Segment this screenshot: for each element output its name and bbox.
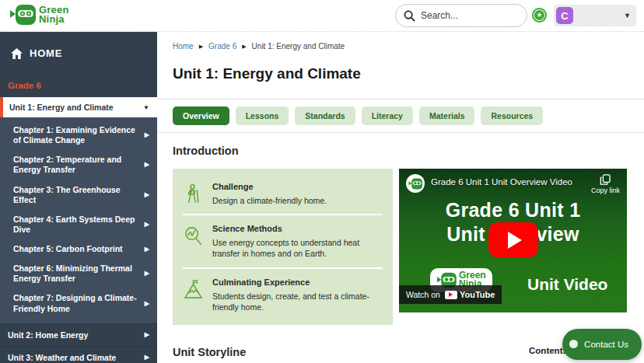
breadcrumb-current: Unit 1: Energy and Climate <box>252 42 345 51</box>
sidebar-item-chapter-2[interactable]: Chapter 2: Temperature and Energy Transf… <box>0 150 157 180</box>
watch-on-youtube-button[interactable]: Watch on YouTube <box>399 285 502 304</box>
sidebar-item-unit-1[interactable]: Unit 1: Energy and Climate ▼ <box>0 97 157 117</box>
culminating-experience-title: Culminating Experience <box>212 277 383 287</box>
contact-us-button[interactable]: Contact Us <box>562 329 642 360</box>
breadcrumb-grade-link[interactable]: Grade 6 <box>208 42 236 51</box>
sidebar-item-home[interactable]: HOME <box>0 32 157 59</box>
tab-resources[interactable]: Resources <box>481 106 543 125</box>
copy-icon <box>600 174 611 185</box>
tab-standards[interactable]: Standards <box>295 106 355 125</box>
chevron-down-icon: ▼ <box>624 12 631 19</box>
sidebar-nav: HOME Grade 6 Unit 1: Energy and Climate … <box>0 32 157 363</box>
avatar: C <box>556 7 573 24</box>
mountain-flag-icon <box>183 279 204 300</box>
breadcrumb-separator-icon: ▶ <box>242 44 246 50</box>
unit-storyline-section: Unit Storyline Throughout the unit, stud… <box>173 346 515 363</box>
copy-link-label: Copy link <box>591 187 620 194</box>
youtube-play-icon <box>445 291 457 299</box>
sidebar-item-unit-3[interactable]: Unit 3: Weather and Climate ▶ <box>0 346 157 363</box>
video-title[interactable]: Grade 6 Unit 1 Unit Overview Video <box>431 177 572 187</box>
science-methods-title: Science Methods <box>212 224 383 233</box>
youtube-play-button[interactable] <box>488 222 538 257</box>
culminating-experience-item: Culminating Experience Students design, … <box>183 269 383 320</box>
search-bar[interactable] <box>395 4 527 27</box>
ninja-face-icon <box>9 4 36 26</box>
page-title: Unit 1: Energy and Climate <box>173 65 628 82</box>
science-methods-item: Science Methods Use energy concepts to u… <box>183 215 383 268</box>
chevron-right-icon: ▶ <box>145 191 149 199</box>
play-icon <box>508 232 522 249</box>
chat-dot-icon <box>569 340 578 348</box>
chevron-right-icon: ▶ <box>145 221 149 229</box>
divider <box>157 132 644 133</box>
tab-overview[interactable]: Overview <box>173 106 229 125</box>
unit-1-chapters: Chapter 1: Examining Evidence of Climate… <box>0 117 157 323</box>
chevron-right-icon: ▶ <box>145 354 149 361</box>
sidebar-item-chapter-6[interactable]: Chapter 6: Minimizing Thermal Energy Tra… <box>0 259 157 288</box>
unit-storyline-heading: Unit Storyline <box>173 346 515 358</box>
breadcrumb: Home ▶ Grade 6 ▶ Unit 1: Energy and Clim… <box>173 42 628 51</box>
science-methods-text: Use energy concepts to understand heat t… <box>212 237 383 259</box>
account-menu[interactable]: C ▼ <box>554 5 636 26</box>
search-input[interactable] <box>421 10 514 21</box>
unit-1-label: Unit 1: Energy and Climate <box>9 103 114 112</box>
badge-star-icon[interactable]: ★ <box>532 8 547 23</box>
chevron-right-icon: ▶ <box>145 246 149 253</box>
logo-wordmark: Green Ninja <box>39 5 69 25</box>
sidebar-item-chapter-7[interactable]: Chapter 7: Designing a Climate-Friendly … <box>0 288 157 318</box>
unit-overview-video-player[interactable]: Grade 6 Unit 1 Unit Overview Video Copy … <box>399 169 627 312</box>
sidebar-item-unit-2[interactable]: Unit 2: Home Energy ▶ <box>0 323 157 346</box>
watch-on-label: Watch on <box>406 290 440 299</box>
challenge-item: Challenge Design a climate-friendly home… <box>183 173 383 215</box>
contact-us-label: Contact Us <box>584 340 628 349</box>
green-ninja-logo[interactable]: Green Ninja <box>9 4 69 26</box>
tab-lessons[interactable]: Lessons <box>236 106 289 125</box>
sidebar-item-chapter-1[interactable]: Chapter 1: Examining Evidence of Climate… <box>0 120 157 150</box>
chevron-right-icon: ▶ <box>145 161 149 169</box>
channel-avatar[interactable] <box>406 174 425 193</box>
home-icon <box>11 48 23 59</box>
youtube-logo: YouTube <box>445 290 495 299</box>
introduction-heading: Introduction <box>173 145 628 157</box>
tab-bar: Overview Lessons Standards Literacy Mate… <box>173 106 628 125</box>
chevron-right-icon: ▶ <box>145 331 149 338</box>
search-icon <box>404 10 415 22</box>
home-label: HOME <box>30 47 62 59</box>
challenge-title: Challenge <box>212 182 327 191</box>
hiker-icon <box>183 183 204 204</box>
divider <box>157 99 644 99</box>
chart-magnifier-icon <box>183 225 204 246</box>
challenge-text: Design a climate-friendly home. <box>212 195 327 206</box>
chevron-right-icon: ▶ <box>145 131 149 139</box>
caret-down-icon: ▼ <box>143 104 149 111</box>
sidebar-item-chapter-5[interactable]: Chapter 5: Carbon Footprint ▶ <box>0 239 157 259</box>
copy-link-button[interactable]: Copy link <box>591 174 620 194</box>
chevron-right-icon: ▶ <box>145 300 149 308</box>
culminating-experience-text: Students design, create, and test a clim… <box>212 291 383 312</box>
chevron-right-icon: ▶ <box>145 270 149 277</box>
tab-materials[interactable]: Materials <box>419 106 475 125</box>
sidebar-item-chapter-3[interactable]: Chapter 3: The Greenhouse Effect ▶ <box>0 180 157 210</box>
video-title-bar: Grade 6 Unit 1 Unit Overview Video Copy … <box>399 169 627 200</box>
video-caption: Unit Video <box>527 275 607 294</box>
ninja-face-icon <box>408 178 422 190</box>
grade-section-label: Grade 6 <box>0 59 157 97</box>
sidebar-item-chapter-4[interactable]: Chapter 4: Earth Systems Deep Dive ▶ <box>0 210 157 239</box>
top-header: Green Ninja ★ C ▼ <box>0 0 644 32</box>
breadcrumb-separator-icon: ▶ <box>199 44 203 50</box>
breadcrumb-home-link[interactable]: Home <box>173 42 194 51</box>
tab-literacy[interactable]: Literacy <box>362 106 413 125</box>
introduction-panel: Challenge Design a climate-friendly home… <box>173 169 393 325</box>
main-content: Home ▶ Grade 6 ▶ Unit 1: Energy and Clim… <box>157 32 644 363</box>
